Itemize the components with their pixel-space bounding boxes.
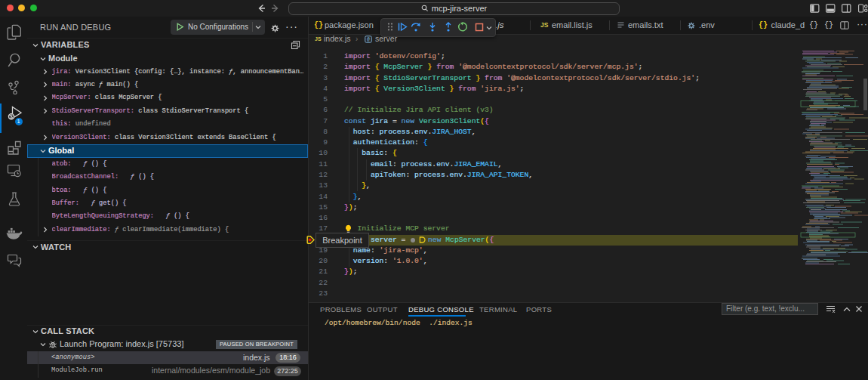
svg-text:@: @ (367, 37, 370, 42)
